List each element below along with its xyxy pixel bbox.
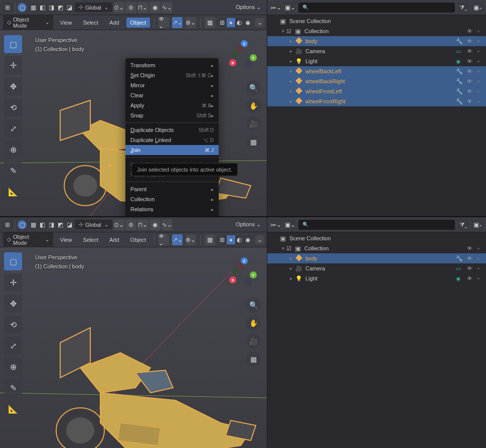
outliner-editor-type[interactable]: ≔⌄ [270,219,281,230]
menu-relations[interactable]: Relations▸ [125,204,219,214]
tool-cursor[interactable]: ✛ [4,56,22,74]
outliner-new-collection[interactable]: ▣₊ [472,219,483,230]
tree-collection[interactable]: ▾☑Collection👁▫ [267,243,486,253]
axis-neg-z[interactable] [245,61,252,68]
gizmo-pan[interactable]: ✋ [246,98,261,113]
tree-scene-collection[interactable]: Scene Collection [267,16,486,26]
tool-measure[interactable]: 📐 [4,400,22,418]
select-tool-cursor[interactable]: ▢ [18,3,27,12]
tool-measure[interactable]: 📐 [4,183,22,201]
axis-neg-z[interactable] [245,278,252,285]
menu-select[interactable]: Select [79,18,102,28]
menu-duplicate-objects[interactable]: Duplicate ObjectsShift D [125,125,219,135]
gizmo-camera[interactable]: 🎥 [246,116,261,131]
xray-toggle[interactable]: ▦ [205,17,215,28]
menu-object[interactable]: Object [126,235,150,245]
proportional-dropdown[interactable]: ∿⌄ [161,219,173,230]
menu-collection[interactable]: Collection▸ [125,194,219,204]
menu-snap[interactable]: SnapShift S▸ [125,110,219,120]
menu-transform[interactable]: Transform▸ [125,60,219,70]
axis-widget[interactable]: Z Y X [227,257,257,287]
tree-item-wheelBackLeft[interactable]: ▸wheelBackLeft🔧👁▫ [267,66,486,76]
gizmo-zoom[interactable]: 🔍 [246,80,261,95]
snap-dropdown[interactable]: ⊓⌄ [137,219,148,230]
outliner-new-collection[interactable]: ▣₊ [472,2,483,13]
mode-dropdown[interactable]: ◇ Object Mode [3,232,53,247]
menu-parent[interactable]: Parent▸ [125,184,219,194]
pivot-dropdown[interactable]: ⊙⌄ [113,2,124,13]
outliner-filter[interactable]: ⧩⌄ [458,219,469,230]
pivot-dropdown[interactable]: ⊙⌄ [113,219,124,230]
shading-material[interactable]: ◐ [235,18,244,27]
proportional-dropdown[interactable]: ∿⌄ [161,2,173,13]
tool-move[interactable]: ✥ [4,294,22,313]
select-tool-cursor[interactable]: ▢ [18,220,27,229]
options-dropdown[interactable]: Options ⌄ [232,219,265,230]
menu-constraints[interactable]: Constraints▸ [125,214,219,216]
menu-view[interactable]: View [56,18,76,28]
tree-item-body[interactable]: ▸body🔧👁▫ [267,253,486,263]
tool-transform[interactable]: ⊕ [4,140,22,159]
options-dropdown[interactable]: Options ⌄ [232,2,265,13]
tree-scene-collection[interactable]: Scene Collection [267,233,486,243]
proportional-toggle[interactable]: ◉ [149,219,160,230]
snap-toggle[interactable]: ⊚ [125,219,136,230]
gizmo-perspective[interactable]: ▦ [246,352,261,367]
axis-x[interactable]: X [229,276,236,283]
select-extend[interactable]: ◧ [38,220,47,229]
gizmo-perspective[interactable]: ▦ [246,134,261,150]
xray-toggle[interactable]: ▦ [205,234,215,245]
outliner-editor-type[interactable]: ≔⌄ [270,2,281,13]
select-invert[interactable]: ◩ [56,3,65,12]
tool-scale[interactable]: ⤢ [4,119,22,137]
tree-item-wheelFrontLeft[interactable]: ▸wheelFrontLeft🔧👁▫ [267,86,486,96]
select-intersect[interactable]: ◪ [65,220,74,229]
menu-join[interactable]: Join⌘ J [125,145,219,155]
axis-widget[interactable]: Z Y X [227,40,257,70]
overlay-dropdown[interactable]: ⊕⌄ [186,234,196,245]
tool-move[interactable]: ✥ [4,77,22,95]
select-subtract[interactable]: ◨ [47,220,56,229]
tool-rotate[interactable]: ⟲ [4,316,22,334]
tool-scale[interactable]: ⤢ [4,337,22,355]
outliner-search[interactable] [298,220,455,230]
shading-options[interactable]: ⌄ [255,235,264,244]
overlay-dropdown[interactable]: ⊕⌄ [186,17,196,28]
outliner-display-mode[interactable]: ▣⌄ [284,219,295,230]
tree-item-wheelFrontRight[interactable]: ▸wheelFrontRight🔧👁▫ [267,96,486,106]
tool-select-box[interactable]: ▢ [4,35,22,53]
menu-add[interactable]: Add [105,235,123,245]
tool-cursor[interactable]: ✛ [4,273,22,291]
shading-material[interactable]: ◐ [235,235,244,244]
menu-view[interactable]: View [56,235,76,245]
menu-add[interactable]: Add [105,18,123,28]
shading-rendered[interactable]: ◉ [244,18,252,27]
visibility-dropdown[interactable]: 👁⌄ [158,17,169,28]
shading-solid[interactable]: ● [227,235,235,244]
shading-wireframe[interactable]: ⊞ [218,18,227,27]
menu-set-origin[interactable]: Set OriginShift ⇧⌘ C▸ [125,70,219,80]
select-box[interactable]: ▦ [29,220,38,229]
viewport-3d[interactable]: User Perspective (1) Collection | body [0,30,267,216]
shading-rendered[interactable]: ◉ [244,235,252,244]
shading-wireframe[interactable]: ⊞ [218,235,227,244]
transform-orientation-dropdown[interactable]: ⊹ Global [75,3,112,12]
mode-dropdown[interactable]: ◇ Object Mode [3,15,53,30]
menu-clear[interactable]: Clear▸ [125,90,219,100]
outliner-tree-bottom[interactable]: Scene Collection ▾☑Collection👁▫ ▸body🔧👁▫… [267,232,486,448]
snap-dropdown[interactable]: ⊓⌄ [137,2,148,13]
gizmo-toggle[interactable]: ↗⌄ [172,234,183,245]
tool-select-box[interactable]: ▢ [4,252,22,270]
tool-rotate[interactable]: ⟲ [4,98,22,116]
gizmo-pan[interactable]: ✋ [246,316,261,331]
gizmo-camera[interactable]: 🎥 [246,334,261,349]
snap-toggle[interactable]: ⊚ [125,2,136,13]
axis-neg-y[interactable] [232,267,239,274]
select-intersect[interactable]: ◪ [65,3,74,12]
tree-item-body[interactable]: ▸body🔧👁▫ [267,36,486,46]
axis-neg-y[interactable] [232,50,239,57]
shading-options[interactable]: ⌄ [255,18,264,27]
menu-select[interactable]: Select [79,235,102,245]
tree-collection[interactable]: ▾☑Collection👁▫ [267,26,486,36]
axis-x[interactable]: X [229,59,236,66]
